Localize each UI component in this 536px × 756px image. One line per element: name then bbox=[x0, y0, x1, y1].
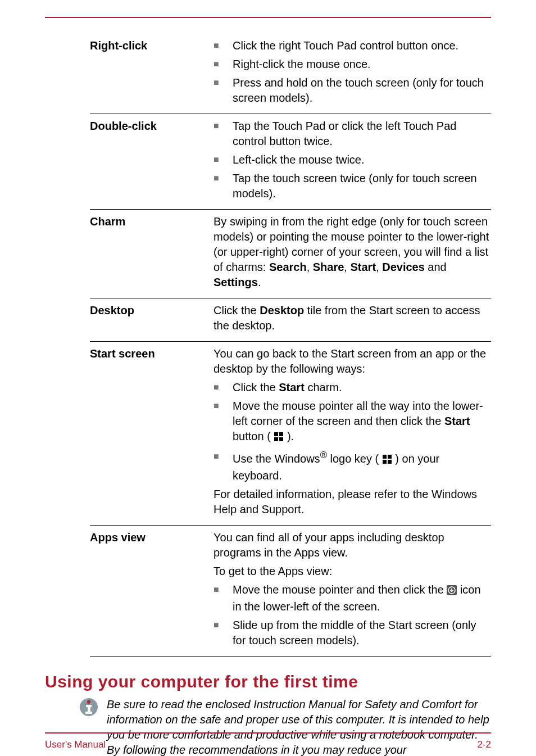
text: . bbox=[258, 276, 261, 288]
bold-text: Settings bbox=[214, 276, 258, 288]
text: Slide up from the middle of the Start sc… bbox=[233, 619, 476, 646]
svg-rect-0 bbox=[274, 432, 278, 436]
table-row: Apps view You can find all of your apps … bbox=[90, 526, 491, 657]
footer-right: 2-2 bbox=[477, 739, 491, 750]
intro2-text: To get to the Apps view: bbox=[214, 564, 491, 579]
list-item: ■ Use the Windows® logo key ( ) on your … bbox=[214, 449, 491, 483]
bullet-text: Left-click the mouse twice. bbox=[233, 152, 491, 168]
top-rule bbox=[45, 17, 491, 18]
bold-text: Devices bbox=[382, 261, 425, 273]
desc-start-screen: You can go back to the Start screen from… bbox=[214, 346, 491, 520]
bullet-text: Right-click the mouse once. bbox=[233, 57, 491, 72]
footer-rule bbox=[45, 732, 491, 734]
bullet-icon: ■ bbox=[214, 152, 233, 168]
list-item: ■Click the right Touch Pad control butto… bbox=[214, 38, 491, 53]
down-arrow-circle-icon bbox=[447, 584, 457, 599]
term-charm: Charm bbox=[90, 214, 214, 293]
list-item: ■ Slide up from the middle of the Start … bbox=[214, 618, 491, 648]
outro-text: For detailed information, please refer t… bbox=[214, 487, 491, 517]
bold-text: Desktop bbox=[260, 304, 304, 316]
text: button ( bbox=[233, 430, 274, 442]
page: Right-click ■Click the right Touch Pad c… bbox=[0, 17, 536, 756]
bullet-icon: ■ bbox=[214, 171, 233, 201]
bullet-text: Tap the touch screen twice (only for tou… bbox=[233, 171, 491, 201]
text: Use the Windows bbox=[233, 452, 320, 465]
bullet-icon: ■ bbox=[214, 75, 233, 106]
sup-text: ® bbox=[320, 450, 327, 460]
text: Click the bbox=[233, 381, 279, 393]
bullet-text: Click the Start charm. bbox=[233, 380, 491, 395]
text: , bbox=[344, 261, 350, 273]
list-item: ■ Move the mouse pointer and then click … bbox=[214, 582, 491, 614]
bullet-text: Tap the Touch Pad or click the left Touc… bbox=[233, 119, 491, 149]
svg-rect-2 bbox=[274, 437, 278, 441]
bullet-text: Move the mouse pointer all the way into … bbox=[233, 399, 491, 446]
list-item: ■Press and hold on the touch screen (onl… bbox=[214, 75, 491, 106]
term-right-click: Right-click bbox=[90, 38, 214, 109]
text: ). bbox=[284, 430, 294, 442]
svg-rect-13 bbox=[88, 705, 90, 713]
svg-point-11 bbox=[87, 700, 90, 704]
intro-text: You can find all of your apps including … bbox=[214, 530, 491, 560]
list-item: ■ Move the mouse pointer all the way int… bbox=[214, 399, 491, 446]
desc-double-click: ■Tap the Touch Pad or click the left Tou… bbox=[214, 119, 491, 205]
svg-rect-3 bbox=[279, 437, 283, 441]
bold-text: Share bbox=[313, 261, 344, 273]
list-item: ■Left-click the mouse twice. bbox=[214, 152, 491, 168]
desc-apps-view: You can find all of your apps including … bbox=[214, 530, 491, 651]
definitions-table: Right-click ■Click the right Touch Pad c… bbox=[90, 34, 491, 657]
list-item: ■Right-click the mouse once. bbox=[214, 57, 491, 72]
bullet-text: Click the right Touch Pad control button… bbox=[233, 38, 491, 53]
bullet-text: Press and hold on the touch screen (only… bbox=[233, 75, 491, 106]
svg-rect-4 bbox=[383, 455, 387, 459]
bullet-icon: ■ bbox=[214, 380, 233, 395]
bullet-icon: ■ bbox=[214, 57, 233, 72]
term-apps-view: Apps view bbox=[90, 530, 214, 651]
text: charm. bbox=[305, 381, 342, 393]
text: and bbox=[425, 261, 447, 273]
bullet-icon: ■ bbox=[214, 449, 233, 483]
text: Click the bbox=[214, 304, 260, 316]
section-heading: Using your computer for the first time bbox=[45, 672, 491, 691]
svg-rect-7 bbox=[388, 460, 392, 464]
term-desktop: Desktop bbox=[90, 303, 214, 337]
text: , bbox=[376, 261, 382, 273]
text: logo key ( bbox=[327, 452, 382, 465]
table-row: Desktop Click the Desktop tile from the … bbox=[90, 298, 491, 342]
footer-left: User's Manual bbox=[45, 739, 106, 750]
windows-logo-icon bbox=[274, 431, 284, 446]
text: , bbox=[307, 261, 313, 273]
bold-text: Start bbox=[279, 381, 305, 393]
bold-text: Start bbox=[444, 415, 470, 427]
intro-text: You can go back to the Start screen from… bbox=[214, 346, 491, 377]
term-start-screen: Start screen bbox=[90, 346, 214, 520]
table-row: Charm By swiping in from the right edge … bbox=[90, 210, 491, 298]
list-item: ■Tap the touch screen twice (only for to… bbox=[214, 171, 491, 201]
list-item: ■Tap the Touch Pad or click the left Tou… bbox=[214, 119, 491, 149]
bullet-text: Use the Windows® logo key ( ) on your ke… bbox=[233, 449, 491, 483]
svg-rect-14 bbox=[85, 712, 92, 714]
term-double-click: Double-click bbox=[90, 119, 214, 205]
bullet-text: Move the mouse pointer and then click th… bbox=[233, 582, 491, 614]
table-row: Double-click ■Tap the Touch Pad or click… bbox=[90, 114, 491, 210]
bold-text: Start bbox=[350, 261, 376, 273]
desc-desktop: Click the Desktop tile from the Start sc… bbox=[214, 303, 491, 337]
list-item: ■ Click the Start charm. bbox=[214, 380, 491, 395]
bullet-icon: ■ bbox=[214, 38, 233, 53]
bullet-text: Slide up from the middle of the Start sc… bbox=[233, 618, 491, 648]
bullet-icon: ■ bbox=[214, 119, 233, 149]
table-row: Start screen You can go back to the Star… bbox=[90, 342, 491, 526]
desc-right-click: ■Click the right Touch Pad control butto… bbox=[214, 38, 491, 109]
svg-rect-1 bbox=[279, 432, 283, 436]
bold-text: Search bbox=[269, 261, 307, 273]
bullet-icon: ■ bbox=[214, 618, 233, 648]
bullet-icon: ■ bbox=[214, 399, 233, 446]
page-footer: User's Manual 2-2 bbox=[45, 732, 491, 750]
svg-rect-6 bbox=[383, 460, 387, 464]
svg-rect-5 bbox=[388, 455, 392, 459]
bullet-icon: ■ bbox=[214, 582, 233, 614]
desc-charm: By swiping in from the right edge (only … bbox=[214, 214, 491, 293]
text: Move the mouse pointer and then click th… bbox=[233, 583, 447, 596]
windows-logo-icon bbox=[382, 453, 392, 468]
table-row: Right-click ■Click the right Touch Pad c… bbox=[90, 34, 491, 114]
